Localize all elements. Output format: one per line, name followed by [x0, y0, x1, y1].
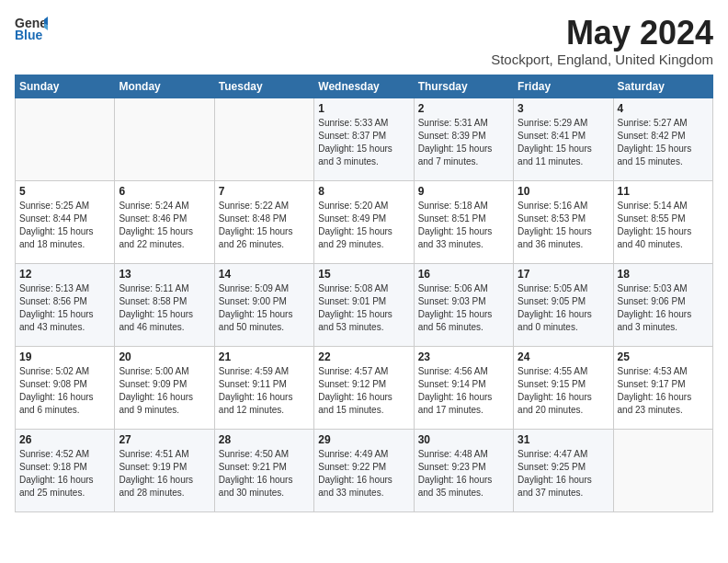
day-number: 30 [418, 433, 509, 446]
day-info: Sunrise: 4:47 AM Sunset: 9:25 PM Dayligh… [518, 448, 609, 500]
day-info: Sunrise: 4:52 AM Sunset: 9:18 PM Dayligh… [19, 448, 110, 500]
day-info: Sunrise: 5:24 AM Sunset: 8:46 PM Dayligh… [119, 200, 210, 251]
day-number: 9 [418, 185, 509, 198]
day-number: 25 [618, 350, 709, 363]
day-number: 28 [219, 433, 310, 446]
day-number: 24 [518, 350, 609, 363]
col-thursday: Thursday [414, 75, 513, 98]
day-number: 14 [219, 268, 310, 281]
day-info: Sunrise: 5:02 AM Sunset: 9:08 PM Dayligh… [19, 365, 110, 417]
table-row: 5Sunrise: 5:25 AM Sunset: 8:44 PM Daylig… [16, 180, 115, 263]
table-row: 11Sunrise: 5:14 AM Sunset: 8:55 PM Dayli… [613, 180, 712, 263]
svg-text:Blue: Blue [15, 28, 43, 42]
day-number: 15 [318, 268, 409, 281]
day-number: 11 [618, 185, 709, 198]
location-subtitle: Stockport, England, United Kingdom [491, 52, 713, 67]
day-number: 23 [418, 350, 509, 363]
day-number: 3 [518, 102, 609, 115]
table-row: 9Sunrise: 5:18 AM Sunset: 8:51 PM Daylig… [414, 180, 513, 263]
table-row: 10Sunrise: 5:16 AM Sunset: 8:53 PM Dayli… [514, 180, 613, 263]
calendar-week-row: 19Sunrise: 5:02 AM Sunset: 9:08 PM Dayli… [16, 346, 713, 429]
day-number: 4 [618, 102, 709, 115]
logo-icon: General Blue [15, 15, 48, 42]
day-info: Sunrise: 5:29 AM Sunset: 8:41 PM Dayligh… [518, 117, 609, 168]
day-number: 20 [119, 350, 210, 363]
day-number: 10 [518, 185, 609, 198]
calendar-week-row: 12Sunrise: 5:13 AM Sunset: 8:56 PM Dayli… [16, 263, 713, 346]
table-row [613, 429, 712, 511]
calendar-header-row: Sunday Monday Tuesday Wednesday Thursday… [16, 75, 713, 98]
day-number: 12 [19, 268, 110, 281]
calendar-week-row: 5Sunrise: 5:25 AM Sunset: 8:44 PM Daylig… [16, 180, 713, 263]
table-row: 19Sunrise: 5:02 AM Sunset: 9:08 PM Dayli… [16, 346, 115, 429]
day-info: Sunrise: 5:16 AM Sunset: 8:53 PM Dayligh… [518, 200, 609, 251]
table-row: 15Sunrise: 5:08 AM Sunset: 9:01 PM Dayli… [314, 263, 414, 346]
day-number: 22 [318, 350, 409, 363]
day-number: 19 [19, 350, 110, 363]
col-friday: Friday [514, 75, 613, 98]
col-monday: Monday [115, 75, 214, 98]
day-info: Sunrise: 5:13 AM Sunset: 8:56 PM Dayligh… [19, 282, 110, 334]
table-row: 13Sunrise: 5:11 AM Sunset: 8:58 PM Dayli… [115, 263, 214, 346]
table-row: 6Sunrise: 5:24 AM Sunset: 8:46 PM Daylig… [115, 180, 214, 263]
col-wednesday: Wednesday [314, 75, 414, 98]
day-info: Sunrise: 5:14 AM Sunset: 8:55 PM Dayligh… [618, 200, 709, 251]
table-row: 17Sunrise: 5:05 AM Sunset: 9:05 PM Dayli… [514, 263, 613, 346]
day-number: 27 [119, 433, 210, 446]
page-header: General Blue May 2024 Stockport, England… [15, 15, 713, 67]
table-row: 4Sunrise: 5:27 AM Sunset: 8:42 PM Daylig… [613, 98, 712, 180]
day-info: Sunrise: 5:25 AM Sunset: 8:44 PM Dayligh… [19, 200, 110, 251]
day-number: 2 [418, 102, 509, 115]
day-info: Sunrise: 5:31 AM Sunset: 8:39 PM Dayligh… [418, 117, 509, 168]
table-row: 18Sunrise: 5:03 AM Sunset: 9:06 PM Dayli… [613, 263, 712, 346]
table-row: 1Sunrise: 5:33 AM Sunset: 8:37 PM Daylig… [314, 98, 414, 180]
table-row: 28Sunrise: 4:50 AM Sunset: 9:21 PM Dayli… [214, 429, 313, 511]
col-tuesday: Tuesday [214, 75, 313, 98]
day-info: Sunrise: 4:53 AM Sunset: 9:17 PM Dayligh… [618, 365, 709, 417]
table-row: 22Sunrise: 4:57 AM Sunset: 9:12 PM Dayli… [314, 346, 414, 429]
day-info: Sunrise: 4:50 AM Sunset: 9:21 PM Dayligh… [219, 448, 310, 500]
day-info: Sunrise: 5:11 AM Sunset: 8:58 PM Dayligh… [119, 282, 210, 334]
day-number: 13 [119, 268, 210, 281]
table-row: 31Sunrise: 4:47 AM Sunset: 9:25 PM Dayli… [514, 429, 613, 511]
day-number: 8 [318, 185, 409, 198]
day-info: Sunrise: 4:57 AM Sunset: 9:12 PM Dayligh… [318, 365, 409, 417]
day-number: 26 [19, 433, 110, 446]
table-row: 7Sunrise: 5:22 AM Sunset: 8:48 PM Daylig… [214, 180, 313, 263]
month-title: May 2024 [491, 15, 713, 52]
logo: General Blue [15, 15, 48, 42]
table-row: 27Sunrise: 4:51 AM Sunset: 9:19 PM Dayli… [115, 429, 214, 511]
day-number: 21 [219, 350, 310, 363]
day-number: 5 [19, 185, 110, 198]
day-info: Sunrise: 5:09 AM Sunset: 9:00 PM Dayligh… [219, 282, 310, 334]
day-info: Sunrise: 4:48 AM Sunset: 9:23 PM Dayligh… [418, 448, 509, 500]
table-row: 30Sunrise: 4:48 AM Sunset: 9:23 PM Dayli… [414, 429, 513, 511]
calendar-table: Sunday Monday Tuesday Wednesday Thursday… [15, 75, 713, 512]
day-number: 16 [418, 268, 509, 281]
day-number: 1 [318, 102, 409, 115]
day-info: Sunrise: 4:56 AM Sunset: 9:14 PM Dayligh… [418, 365, 509, 417]
day-info: Sunrise: 4:55 AM Sunset: 9:15 PM Dayligh… [518, 365, 609, 417]
table-row: 25Sunrise: 4:53 AM Sunset: 9:17 PM Dayli… [613, 346, 712, 429]
table-row: 23Sunrise: 4:56 AM Sunset: 9:14 PM Dayli… [414, 346, 513, 429]
day-info: Sunrise: 5:22 AM Sunset: 8:48 PM Dayligh… [219, 200, 310, 251]
day-number: 29 [318, 433, 409, 446]
day-number: 31 [518, 433, 609, 446]
day-info: Sunrise: 4:59 AM Sunset: 9:11 PM Dayligh… [219, 365, 310, 417]
table-row: 16Sunrise: 5:06 AM Sunset: 9:03 PM Dayli… [414, 263, 513, 346]
day-info: Sunrise: 4:49 AM Sunset: 9:22 PM Dayligh… [318, 448, 409, 500]
day-info: Sunrise: 5:05 AM Sunset: 9:05 PM Dayligh… [518, 282, 609, 334]
day-info: Sunrise: 5:20 AM Sunset: 8:49 PM Dayligh… [318, 200, 409, 251]
table-row: 24Sunrise: 4:55 AM Sunset: 9:15 PM Dayli… [514, 346, 613, 429]
day-number: 17 [518, 268, 609, 281]
table-row: 26Sunrise: 4:52 AM Sunset: 9:18 PM Dayli… [16, 429, 115, 511]
day-info: Sunrise: 5:18 AM Sunset: 8:51 PM Dayligh… [418, 200, 509, 251]
table-row: 3Sunrise: 5:29 AM Sunset: 8:41 PM Daylig… [514, 98, 613, 180]
day-number: 18 [618, 268, 709, 281]
day-number: 7 [219, 185, 310, 198]
day-info: Sunrise: 5:03 AM Sunset: 9:06 PM Dayligh… [618, 282, 709, 334]
table-row: 12Sunrise: 5:13 AM Sunset: 8:56 PM Dayli… [16, 263, 115, 346]
table-row: 20Sunrise: 5:00 AM Sunset: 9:09 PM Dayli… [115, 346, 214, 429]
table-row: 8Sunrise: 5:20 AM Sunset: 8:49 PM Daylig… [314, 180, 414, 263]
table-row: 14Sunrise: 5:09 AM Sunset: 9:00 PM Dayli… [214, 263, 313, 346]
